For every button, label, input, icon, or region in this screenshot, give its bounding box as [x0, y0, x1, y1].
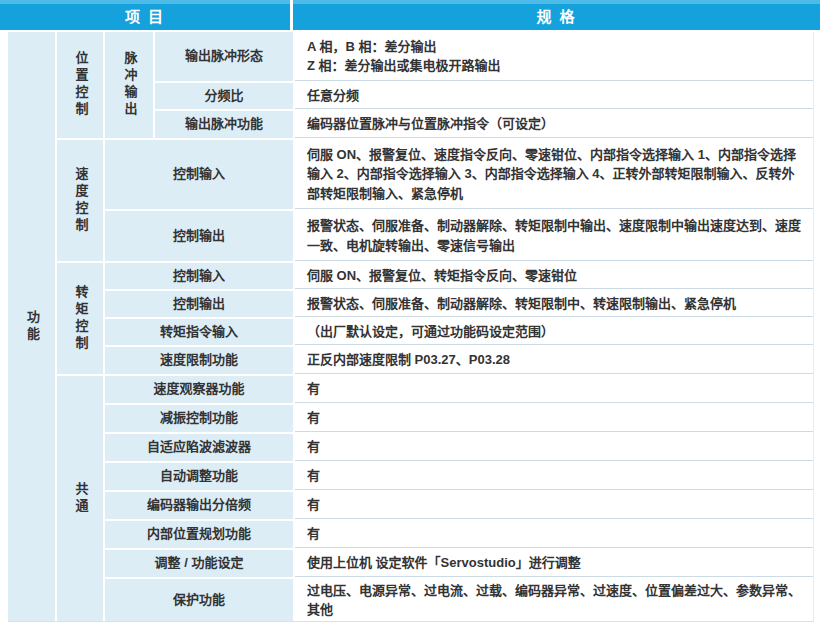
spec-table-page: 项 目 规 格 功能 位置控制 脉冲输出 输出脉冲形态 A 相，B 相：差分输出…: [0, 0, 820, 626]
label-speed-control-output: 控制输出: [105, 211, 293, 261]
label-frequency-division: 分频比: [155, 83, 293, 109]
spec-speed-observer: 有: [295, 376, 813, 403]
label-encoder-output-division: 编码器输出分倍频: [105, 492, 293, 519]
spec-vibration-suppression: 有: [295, 405, 813, 432]
spec-speed-limit-function: 正反内部速度限制 P03.27、P03.28: [295, 347, 813, 374]
section-common: 共通: [57, 376, 103, 621]
label-output-pulse-form: 输出脉冲形态: [155, 32, 293, 81]
spec-encoder-output-division: 有: [295, 492, 813, 519]
spec-table-body: 功能 位置控制 脉冲输出 输出脉冲形态 A 相，B 相：差分输出 Z 相：差分输…: [8, 32, 814, 622]
spec-adaptive-notch-filter: 有: [295, 434, 813, 461]
label-vibration-suppression: 减振控制功能: [105, 405, 293, 432]
label-adaptive-notch-filter: 自适应陷波滤波器: [105, 434, 293, 461]
spec-torque-control-input: 伺服 ON、报警复位、转矩指令反向、零速钳位: [295, 263, 813, 289]
spec-torque-control-output: 报警状态、伺服准备、制动器解除、转矩限制中、转速限制输出、紧急停机: [295, 291, 813, 317]
spec-torque-command-input: （出厂默认设定，可通过功能码设定范围）: [295, 319, 813, 345]
section-torque-control: 转矩控制: [57, 263, 103, 374]
label-torque-control-output: 控制输出: [105, 291, 293, 317]
spec-frequency-division: 任意分频: [295, 83, 813, 109]
label-speed-limit-function: 速度限制功能: [105, 347, 293, 374]
spec-internal-position-planning: 有: [295, 521, 813, 548]
section-position-control: 位置控制: [57, 32, 103, 138]
spec-auto-tuning: 有: [295, 463, 813, 490]
label-adjust-function-setting: 调整 / 功能设定: [105, 550, 293, 577]
label-auto-tuning: 自动调整功能: [105, 463, 293, 490]
section-speed-control: 速度控制: [57, 140, 103, 261]
spec-output-pulse-form: A 相，B 相：差分输出 Z 相：差分输出或集电极开路输出: [295, 32, 813, 81]
spec-speed-control-input: 伺服 ON、报警复位、速度指令反向、零速钳位、内部指令选择输入 1、内部指令选择…: [295, 140, 813, 209]
label-torque-command-input: 转矩指令输入: [105, 319, 293, 345]
header-item: 项 目: [0, 0, 290, 30]
label-protection-function: 保护功能: [105, 579, 293, 621]
spec-speed-control-output: 报警状态、伺服准备、制动器解除、转矩限制中输出、速度限制中输出速度达到、速度一致…: [295, 211, 813, 261]
label-output-pulse-function: 输出脉冲功能: [155, 111, 293, 138]
spec-protection-function: 过电压、电源异常、过电流、过载、编码器异常、过速度、位置偏差过大、参数异常、其他: [295, 579, 813, 621]
subsection-pulse-output: 脉冲输出: [105, 32, 153, 138]
label-torque-control-input: 控制输入: [105, 263, 293, 289]
table-header: 项 目 规 格: [0, 0, 820, 30]
header-spec: 规 格: [293, 0, 820, 30]
spec-output-pulse-function: 编码器位置脉冲与位置脉冲指令（可设定）: [295, 111, 813, 138]
label-internal-position-planning: 内部位置规划功能: [105, 521, 293, 548]
spec-adjust-function-setting: 使用上位机 设定软件「Servostudio」进行调整: [295, 550, 813, 577]
label-speed-observer: 速度观察器功能: [105, 376, 293, 403]
group-function: 功能: [8, 32, 55, 621]
label-speed-control-input: 控制输入: [105, 140, 293, 209]
